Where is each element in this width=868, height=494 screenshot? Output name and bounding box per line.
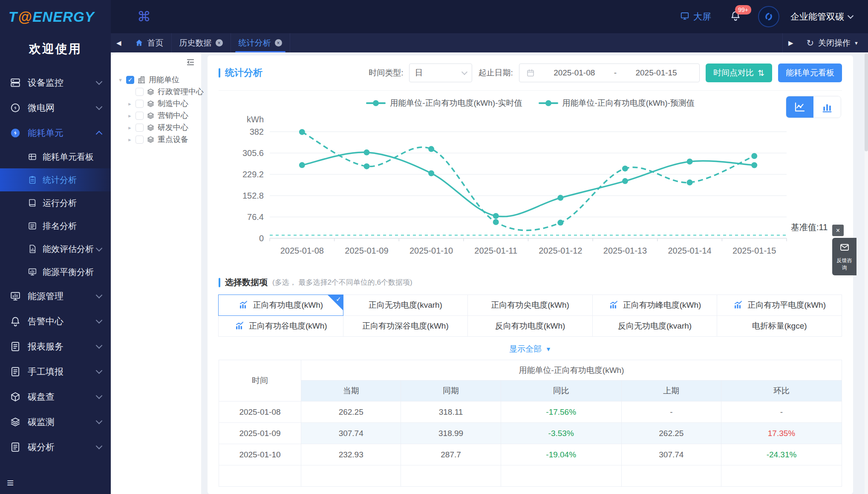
tree-node-行政管理中心[interactable]: 行政管理中心 (118, 86, 198, 98)
tab-统计分析[interactable]: 统计分析× (231, 33, 290, 52)
main-card: 统计分析 时间类型: 日 起止日期: 2025-01-08 (208, 55, 853, 494)
tree-node-制造中心[interactable]: ▸制造中心 (118, 98, 198, 110)
sidebar-item-碳盘查[interactable]: 碳盘查 (0, 384, 111, 409)
monitor-chart-icon (27, 267, 37, 277)
checkbox-unchecked[interactable] (136, 124, 144, 132)
panel-collapse-icon[interactable] (186, 58, 195, 69)
page-title-text: 统计分析 (225, 66, 262, 79)
bar-chart-toggle[interactable] (813, 96, 841, 118)
line-chart-toggle[interactable] (786, 96, 813, 118)
sidebar-collapse-toggle[interactable]: ≡ (7, 476, 14, 490)
tree-node-重点设备[interactable]: ▸重点设备 (118, 133, 198, 145)
main-column: ⌘ 大屏 99+ 企业能管双碳 ◀ 首页历史数据×统计分析× ▶ ↻ (111, 0, 868, 494)
time-point-compare-button[interactable]: 时间点对比 ⇅ (706, 64, 772, 82)
row-cell (401, 465, 501, 487)
legend-marker-icon (539, 102, 558, 104)
date-separator: - (614, 68, 617, 78)
sidebar-item-能耗单元[interactable]: 能耗单元 (0, 120, 111, 145)
sidebar-item-报表服务[interactable]: 报表服务 (0, 334, 111, 359)
sidebar-item-手工填报[interactable]: 手工填报 (0, 359, 111, 384)
tab-close-icon[interactable]: × (275, 39, 282, 46)
legend-item[interactable]: 用能单位-正向有功电度(kWh)-实时值 (366, 98, 522, 109)
close-operations-menu[interactable]: 关闭操作 ▼ (818, 38, 868, 49)
tree-node-研发中心[interactable]: ▸研发中心 (118, 121, 198, 133)
row-cell (501, 465, 621, 487)
sidebar-item-label: 能耗单元看板 (43, 151, 101, 163)
data-item-grid: 正向有功电度(kWh)✓正向无功电度(kvarh)正向有功尖电度(kWh)正向有… (219, 295, 842, 337)
sidebar-item-label: 微电网 (28, 102, 97, 114)
caret-down-icon[interactable]: ▾ (118, 77, 123, 83)
sidebar-item-微电网[interactable]: 微电网 (0, 95, 111, 120)
column-subheader: 同比 (501, 381, 621, 402)
checkbox-unchecked[interactable] (136, 100, 144, 108)
caret-right-icon[interactable]: ▸ (127, 124, 133, 131)
checkbox-checked[interactable]: ✓ (126, 76, 134, 84)
tab-历史数据[interactable]: 历史数据× (172, 33, 231, 52)
sidebar-item-碳监测[interactable]: 碳监测 (0, 409, 111, 434)
sidebar-item-排名分析[interactable]: 排名分析 (0, 214, 111, 237)
caret-right-icon[interactable]: ▸ (127, 113, 133, 119)
apps-grid-icon[interactable]: ⌘ (137, 9, 151, 25)
date-end-value[interactable]: 2025-01-15 (620, 68, 692, 78)
sidebar-item-label: 能效评估分析 (43, 243, 97, 255)
tab-首页[interactable]: 首页 (127, 33, 172, 52)
sidebar-item-能效评估分析[interactable]: 能效评估分析 (0, 237, 111, 260)
energy-unit-board-button[interactable]: 能耗单元看板 (778, 64, 842, 82)
data-item-正向有功平电度(kWh)[interactable]: 正向有功平电度(kWh) (717, 295, 842, 316)
data-item-正向有功尖电度(kWh)[interactable]: 正向有功尖电度(kWh) (467, 295, 593, 316)
sidebar-item-运行分析[interactable]: 运行分析 (0, 191, 111, 214)
legend-label: 用能单位-正向有功电度(kWh)-预测值 (562, 98, 695, 109)
sidebar-item-告警中心[interactable]: 告警中心 (0, 309, 111, 334)
notification-bell-button[interactable]: 99+ (730, 10, 741, 23)
data-item-正向有功峰电度(kWh)[interactable]: 正向有功峰电度(kWh) (592, 295, 718, 316)
avatar[interactable] (758, 6, 779, 27)
data-item-正向有功谷电度(kWh)[interactable]: 正向有功谷电度(kWh) (218, 315, 343, 337)
time-type-select[interactable]: 日 (409, 64, 472, 82)
data-item-正向有功深谷电度(kWh)[interactable]: 正向有功深谷电度(kWh) (343, 315, 468, 337)
svg-text:2025-01-15: 2025-01-15 (732, 246, 776, 255)
tabs-scroll-left-button[interactable]: ◀ (111, 33, 127, 52)
sidebar-item-label: 碳监测 (28, 416, 97, 428)
caret-right-icon[interactable]: ▸ (127, 136, 133, 143)
tree-node-用能单位[interactable]: ▾✓用能单位 (118, 74, 198, 86)
sidebar-item-碳分析[interactable]: 碳分析 (0, 434, 111, 459)
page-scrollbar[interactable] (865, 52, 868, 494)
feedback-close-button[interactable]: × (832, 225, 844, 236)
checkbox-unchecked[interactable] (136, 88, 144, 96)
triangle-down-icon: ▼ (545, 346, 551, 352)
data-item-反向有功电度(kWh)[interactable]: 反向有功电度(kWh) (467, 315, 593, 337)
layers-icon (147, 100, 155, 108)
data-item-正向有功电度(kWh)[interactable]: 正向有功电度(kWh)✓ (218, 295, 343, 316)
checkbox-unchecked[interactable] (136, 136, 144, 144)
row-cell: 307.74 (621, 444, 721, 465)
legend-item[interactable]: 用能单位-正向有功电度(kWh)-预测值 (539, 98, 695, 109)
show-all-button[interactable]: 显示全部 ▼ (219, 344, 842, 355)
scrollbar-thumb[interactable] (865, 53, 868, 151)
caret-right-icon[interactable]: ▸ (127, 101, 133, 107)
tab-close-icon[interactable]: × (216, 39, 223, 46)
checkbox-unchecked[interactable] (136, 112, 144, 120)
tabs-scroll-right-button[interactable]: ▶ (783, 39, 799, 47)
sidebar-item-统计分析[interactable]: 统计分析 (0, 168, 111, 191)
data-item-反向无功电度(kvarh)[interactable]: 反向无功电度(kvarh) (592, 315, 718, 337)
sidebar-item-能耗单元看板[interactable]: 能耗单元看板 (0, 145, 111, 168)
tree-node-营销中心[interactable]: ▸营销中心 (118, 110, 198, 121)
big-screen-button[interactable]: 大屏 (680, 11, 711, 23)
data-item-电折标量(kgce)[interactable]: 电折标量(kgce) (717, 315, 842, 337)
date-range-picker[interactable]: 2025-01-08 - 2025-01-15 (519, 64, 700, 82)
feedback-widget[interactable]: 反馈咨询 (832, 238, 856, 275)
sidebar-item-label: 碳盘查 (28, 391, 97, 403)
data-item-label: 正向有功谷电度(kWh) (249, 321, 327, 332)
date-start-value[interactable]: 2025-01-08 (538, 68, 611, 78)
data-item-正向无功电度(kvarh)[interactable]: 正向无功电度(kvarh) (343, 295, 468, 316)
data-item-label: 正向有功电度(kWh) (253, 300, 323, 311)
row-cell (301, 465, 401, 487)
sidebar-item-能源管理[interactable]: 能源管理 (0, 283, 111, 309)
sidebar-item-label: 统计分析 (43, 174, 101, 186)
close-operations-label: 关闭操作 (818, 38, 851, 49)
sidebar-item-设备监控[interactable]: 设备监控 (0, 70, 111, 95)
svg-text:2025-01-09: 2025-01-09 (345, 246, 388, 255)
sidebar-item-能源平衡分析[interactable]: 能源平衡分析 (0, 260, 111, 283)
refresh-icon[interactable]: ↻ (807, 38, 814, 48)
org-switcher[interactable]: 企业能管双碳 (790, 11, 853, 23)
